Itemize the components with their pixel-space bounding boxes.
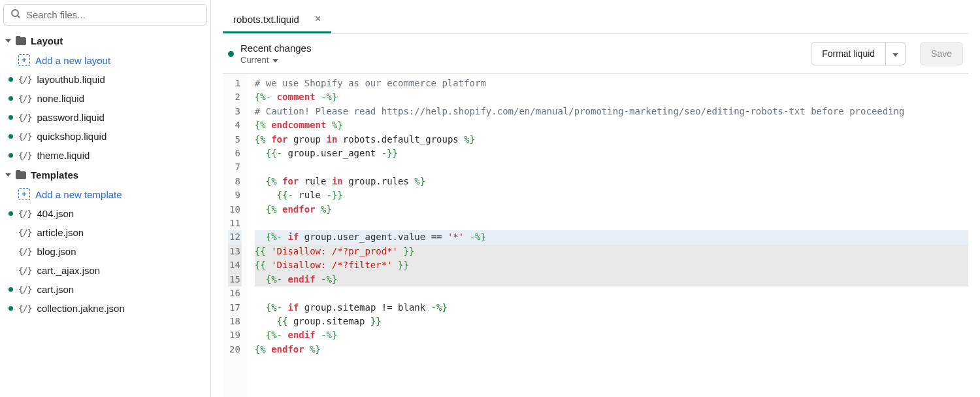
code-line[interactable]: {%- endif -%} [255, 328, 968, 342]
code-line[interactable]: # we use Shopify as our ecommerce platfo… [255, 77, 968, 90]
file-item[interactable]: {/}cart.json [3, 280, 207, 299]
add-label: Add a new template [35, 189, 122, 200]
file-item[interactable]: {/}404.json [3, 204, 207, 223]
tab-bar: robots.txt.liquid × [223, 7, 968, 34]
format-button[interactable]: Format liquid [811, 42, 886, 65]
modified-dot-icon [8, 153, 13, 158]
file-label: cart.json [37, 284, 74, 295]
caret-down-icon [892, 53, 898, 57]
file-icon: {/} [18, 266, 31, 275]
code-line[interactable] [255, 160, 968, 174]
code-line[interactable]: {% for rule in group.rules %} [255, 175, 968, 188]
code-line[interactable]: {{- group.user_agent -}} [255, 147, 968, 160]
folder-icon [15, 169, 27, 181]
code-line[interactable]: {% endfor %} [255, 203, 968, 216]
modified-dot-icon [8, 77, 13, 82]
file-item[interactable]: {/}password.liquid [3, 108, 207, 127]
version-dropdown[interactable]: Current [240, 55, 311, 65]
code-line[interactable]: {{- rule -}} [255, 188, 968, 202]
toolbar-right: Format liquid Save [811, 42, 963, 65]
add-icon: + [18, 188, 30, 200]
file-icon: {/} [18, 75, 31, 84]
file-label: none.liquid [37, 93, 84, 104]
file-icon: {/} [18, 303, 31, 313]
search-box[interactable] [3, 4, 207, 26]
modified-dot-icon [8, 115, 13, 120]
file-item[interactable]: {/}blog.json [3, 242, 207, 261]
code-area[interactable]: # we use Shopify as our ecommerce platfo… [247, 74, 968, 397]
modified-dot-icon [8, 306, 13, 311]
changes-title: Recent changes [240, 43, 311, 54]
file-label: blog.json [37, 246, 76, 257]
code-line[interactable] [255, 286, 968, 300]
toolbar-left: Recent changes Current [228, 43, 311, 65]
code-line[interactable]: {{ 'Disallow: /*?filter*' }} [255, 258, 968, 272]
save-button[interactable]: Save [920, 42, 963, 65]
file-label: 404.json [37, 208, 74, 219]
code-line[interactable]: {{ 'Disallow: /*?pr_prod*' }} [255, 245, 968, 258]
file-label: theme.liquid [37, 150, 90, 161]
close-icon[interactable]: × [315, 13, 321, 25]
chevron-down-icon [5, 171, 11, 178]
file-item[interactable]: {/}layouthub.liquid [3, 70, 207, 89]
file-icon: {/} [18, 285, 31, 294]
add-icon: + [18, 54, 30, 66]
file-item[interactable]: {/}none.liquid [3, 89, 207, 108]
modified-dot-icon [8, 211, 13, 216]
group-title: Templates [31, 169, 78, 181]
file-item[interactable]: {/}theme.liquid [3, 146, 207, 165]
add-label: Add a new layout [35, 55, 110, 66]
file-label: article.json [37, 227, 84, 238]
file-item[interactable]: {/}article.json [3, 223, 207, 242]
file-icon: {/} [18, 247, 31, 256]
search-input[interactable] [26, 9, 200, 20]
format-dropdown-button[interactable] [886, 42, 906, 65]
file-item[interactable]: {/}cart._ajax.json [3, 261, 207, 280]
chevron-down-icon [5, 37, 11, 44]
toolbar: Recent changes Current Format liquid Sav… [223, 34, 968, 74]
main: robots.txt.liquid × Recent changes Curre… [211, 0, 980, 397]
changes-block: Recent changes Current [240, 43, 311, 65]
file-label: collection.jakne.json [37, 303, 124, 314]
modified-dot-icon [8, 287, 13, 292]
version-label: Current [240, 55, 269, 65]
code-line[interactable]: {% endcomment %} [255, 118, 968, 132]
folder-icon [15, 35, 27, 46]
search-icon [10, 9, 21, 21]
code-editor[interactable]: 1234567891011121314151617181920 # we use… [223, 74, 968, 397]
format-button-group: Format liquid [811, 42, 906, 65]
code-line[interactable] [255, 216, 968, 230]
modified-dot-icon [8, 134, 13, 139]
modified-dot-icon [8, 96, 13, 101]
tab-active[interactable]: robots.txt.liquid × [223, 7, 331, 33]
tree-group-header[interactable]: Layout [3, 31, 207, 50]
file-icon: {/} [18, 131, 31, 141]
file-icon: {/} [18, 112, 31, 122]
file-icon: {/} [18, 209, 31, 218]
code-line[interactable]: {% for group in robots.default_groups %} [255, 133, 968, 147]
group-title: Layout [31, 35, 63, 46]
caret-down-icon [272, 55, 278, 65]
svg-line-1 [18, 16, 20, 18]
code-line[interactable]: {%- comment -%} [255, 90, 968, 104]
file-icon: {/} [18, 150, 31, 160]
svg-point-0 [12, 10, 18, 16]
search-container [3, 4, 207, 31]
tree-group-header[interactable]: Templates [3, 165, 207, 184]
line-gutter: 1234567891011121314151617181920 [223, 74, 247, 397]
file-item[interactable]: {/}quickshop.liquid [3, 127, 207, 146]
file-label: cart._ajax.json [37, 265, 100, 276]
code-line[interactable]: {%- endif -%} [255, 273, 968, 286]
code-line[interactable]: {%- if group.sitemap != blank -%} [255, 301, 968, 315]
code-line[interactable]: {% endfor %} [255, 343, 968, 356]
file-item[interactable]: {/}collection.jakne.json [3, 299, 207, 318]
file-label: password.liquid [37, 112, 104, 123]
code-line[interactable]: # Caution! Please read https://help.shop… [255, 105, 968, 118]
code-line[interactable]: {%- if group.user_agent.value == '*' -%} [255, 230, 968, 244]
file-icon: {/} [18, 94, 31, 103]
add-new-item[interactable]: +Add a new layout [3, 50, 207, 70]
file-icon: {/} [18, 228, 31, 237]
file-label: quickshop.liquid [37, 131, 106, 142]
add-new-item[interactable]: +Add a new template [3, 184, 207, 204]
code-line[interactable]: {{ group.sitemap }} [255, 315, 968, 328]
